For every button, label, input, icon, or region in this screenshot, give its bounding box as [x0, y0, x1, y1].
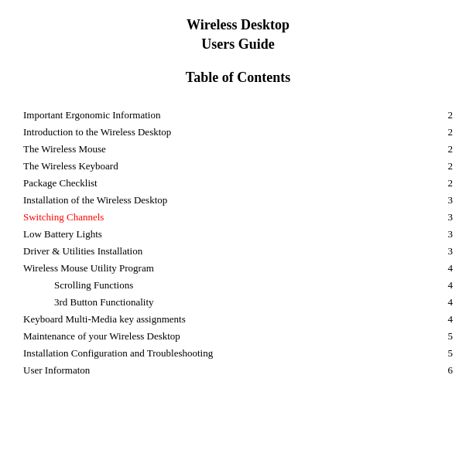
toc-entry-label: The Wireless Mouse — [23, 143, 437, 155]
toc-entry-page: 2 — [437, 126, 453, 138]
toc-entry-page: 2 — [437, 143, 453, 155]
toc-entry-label: The Wireless Keyboard — [23, 160, 437, 172]
toc-entry-label: Driver & Utilities Installation — [23, 245, 437, 257]
page: Wireless Desktop Users Guide Table of Co… — [0, 0, 476, 457]
toc-entry-label: Scrolling Functions — [54, 279, 437, 292]
toc-entry-label: Package Checklist — [23, 177, 437, 189]
toc-entry-label: Installation of the Wireless Desktop — [23, 194, 437, 206]
toc-entry-page: 5 — [437, 330, 453, 343]
toc-entry-page: 3 — [437, 245, 453, 257]
toc-entry: Important Ergonomic Information2 — [23, 109, 453, 121]
toc-entry: 3rd Button Functionality4 — [23, 296, 453, 309]
toc-entry-page: 4 — [437, 313, 453, 326]
toc-entry: Maintenance of your Wireless Desktop5 — [23, 330, 453, 343]
toc-entry-page: 2 — [437, 109, 453, 121]
toc-entry: Installation of the Wireless Desktop3 — [23, 194, 453, 206]
toc-entry-page: 3 — [437, 211, 453, 223]
toc-entry-label: Wireless Mouse Utility Program — [23, 262, 437, 275]
toc-entry-page: 4 — [437, 262, 453, 275]
title-line1: Wireless Desktop — [23, 15, 453, 35]
toc-entry-page: 2 — [437, 177, 453, 189]
toc-entry: Driver & Utilities Installation3 — [23, 245, 453, 257]
toc-entry: The Wireless Keyboard2 — [23, 160, 453, 172]
toc-entry: Scrolling Functions4 — [23, 279, 453, 292]
toc-entry: User Informaton6 — [23, 364, 453, 377]
toc-entry: Package Checklist2 — [23, 177, 453, 189]
toc-entry-label: Keyboard Multi-Media key assignments — [23, 313, 437, 326]
toc-entry: Installation Configuration and Troublesh… — [23, 347, 453, 360]
toc-entry: Introduction to the Wireless Desktop2 — [23, 126, 453, 138]
toc-entry-page: 3 — [437, 228, 453, 240]
toc-entry-label: Introduction to the Wireless Desktop — [23, 126, 437, 138]
toc-heading: Table of Contents — [23, 70, 453, 86]
toc-entry: The Wireless Mouse2 — [23, 143, 453, 155]
toc-entry-page: 4 — [437, 279, 453, 292]
title-line2: Users Guide — [23, 35, 453, 54]
toc-entry: Keyboard Multi-Media key assignments4 — [23, 313, 453, 326]
toc-entry: Low Battery Lights3 — [23, 228, 453, 240]
toc-entry-page: 6 — [437, 364, 453, 377]
toc-entry: Wireless Mouse Utility Program4 — [23, 262, 453, 275]
toc-entry-label: Important Ergonomic Information — [23, 109, 437, 121]
toc-entry-label: User Informaton — [23, 364, 437, 377]
toc-section: Important Ergonomic Information2Introduc… — [23, 109, 453, 377]
toc-entry-page: 5 — [437, 347, 453, 360]
toc-entry-label: 3rd Button Functionality — [54, 296, 437, 309]
main-title: Wireless Desktop Users Guide — [23, 15, 453, 54]
toc-entry-page: 2 — [437, 160, 453, 172]
toc-entry: Switching Channels3 — [23, 211, 453, 223]
toc-entry-label: Switching Channels — [23, 211, 437, 223]
toc-entry-label: Installation Configuration and Troublesh… — [23, 347, 437, 360]
toc-entry-page: 3 — [437, 194, 453, 206]
toc-entry-page: 4 — [437, 296, 453, 309]
toc-entry-label: Maintenance of your Wireless Desktop — [23, 330, 437, 343]
header: Wireless Desktop Users Guide Table of Co… — [23, 15, 453, 86]
toc-entry-label: Low Battery Lights — [23, 228, 437, 240]
